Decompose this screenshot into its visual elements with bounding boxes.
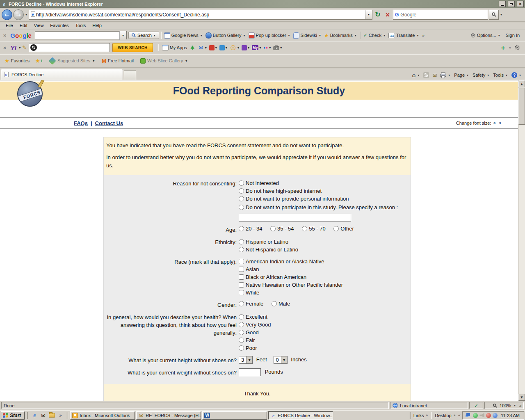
age-radio-2[interactable] — [302, 226, 307, 231]
restore-button[interactable] — [508, 1, 515, 7]
task-button-forcs-decline[interactable]: eFORCS Decline - Window... — [268, 411, 333, 420]
suggested-sites-button[interactable]: Suggested Sites▾ — [46, 57, 98, 65]
health-radio-3[interactable] — [239, 338, 244, 343]
faqs-link[interactable]: FAQs — [74, 120, 88, 126]
menu-file[interactable]: File — [2, 22, 16, 29]
scroll-up-button[interactable]: ▲ — [518, 80, 525, 87]
toolbar-grip[interactable] — [431, 412, 432, 419]
tray-volume-icon[interactable] — [479, 413, 484, 418]
tab-forcs-decline[interactable]: e FORCS Decline — [1, 69, 123, 80]
photos-button[interactable]: ▾ — [273, 45, 283, 50]
url-history-dropdown[interactable]: ▾ — [365, 10, 372, 19]
contact-us-link[interactable]: Contact Us — [95, 120, 123, 126]
home-button[interactable]: ⌂▾ — [412, 72, 420, 78]
chevron-down-icon[interactable]: ▼ — [246, 356, 252, 363]
reason-radio-1[interactable] — [239, 188, 244, 194]
search-button-dropdown[interactable]: ▾ — [153, 34, 156, 37]
settings-gear-icon[interactable] — [514, 45, 520, 50]
ethnicity-radio-0[interactable] — [239, 239, 244, 244]
tools-menu-button[interactable]: Tools▾ — [493, 73, 508, 78]
flickr-button[interactable]: ●●▾ — [263, 46, 272, 50]
health-radio-4[interactable] — [239, 345, 244, 351]
task-button-outlook[interactable]: Inbox - Microsoft Outlook — [70, 411, 135, 420]
task-button-word[interactable]: W — [202, 411, 267, 420]
quick-launch-overflow-chevron[interactable]: » — [57, 412, 64, 419]
url-input[interactable] — [36, 12, 365, 18]
apps-burst-icon[interactable]: ∗ — [189, 44, 196, 51]
menu-tools[interactable]: Tools — [72, 22, 89, 29]
desktop-toolbar[interactable]: Desktop» — [435, 413, 456, 418]
yahoo-menu-dropdown[interactable]: ▾ — [18, 46, 21, 50]
gender-radio-0[interactable] — [239, 301, 244, 306]
print-button[interactable]: ▾ — [440, 72, 451, 78]
tray-antivirus-icon[interactable] — [473, 413, 478, 418]
google-search-field[interactable]: ▾ — [35, 31, 127, 39]
toolbar-options-button[interactable]: Options...▾ — [469, 32, 502, 39]
mail-quick-launch-icon[interactable]: ✉ — [40, 412, 46, 419]
my-yahoo-button[interactable]: My▾ — [252, 45, 262, 50]
health-radio-1[interactable] — [239, 322, 244, 327]
menu-view[interactable]: View — [31, 22, 47, 29]
web-slice-gallery-button[interactable]: Web Slice Gallery▾ — [137, 57, 191, 65]
toolbar-grip[interactable] — [410, 412, 411, 419]
recent-pages-dropdown[interactable]: ▾ — [25, 13, 28, 16]
scrollbar-thumb[interactable] — [518, 88, 525, 125]
race-checkbox-2[interactable] — [239, 274, 244, 280]
add-to-favorites-button[interactable]: ★+ — [33, 57, 45, 65]
reason-radio-0[interactable] — [239, 180, 244, 186]
height-inches-select[interactable]: 0▼ — [274, 356, 288, 364]
task-button-message[interactable]: ✉RE: FORCS - Message (H... — [136, 411, 201, 420]
reason-specify-input[interactable] — [239, 214, 351, 221]
scroll-down-button[interactable]: ▼ — [518, 394, 525, 401]
refresh-button[interactable]: ↻ — [373, 10, 382, 19]
read-mail-button[interactable]: ✉ — [432, 72, 437, 78]
race-checkbox-4[interactable] — [239, 290, 244, 295]
close-button[interactable]: × — [517, 1, 524, 7]
height-feet-select[interactable]: 3▼ — [239, 356, 253, 364]
yahoo-search-field[interactable] — [29, 43, 110, 52]
google-news-button[interactable]: Google News▾ — [163, 32, 204, 39]
minimize-button[interactable] — [499, 1, 506, 7]
instant-search-input[interactable] — [400, 12, 488, 18]
help-button[interactable]: ?▾ — [511, 72, 522, 78]
ie-quick-launch-icon[interactable]: e — [31, 412, 38, 419]
race-checkbox-1[interactable] — [239, 267, 244, 272]
yahoo-games-button[interactable]: ▾ — [242, 45, 250, 50]
translate-button[interactable]: aaTranslate▾ — [387, 32, 420, 39]
pencil-icon[interactable]: ✎ — [22, 45, 26, 50]
age-radio-0[interactable] — [239, 226, 244, 231]
yahoo-toolbar-close-icon[interactable]: × — [1, 45, 9, 50]
start-button[interactable]: Start — [1, 411, 25, 420]
google-toolbar-close-icon[interactable]: × — [1, 33, 9, 38]
vertical-scrollbar[interactable]: ▲ ▼ — [518, 80, 525, 401]
safety-menu-button[interactable]: Safety▾ — [472, 73, 490, 78]
zoom-control[interactable]: 100% ▾ ◢ — [484, 402, 524, 409]
button-gallery-button[interactable]: Button Gallery▾ — [204, 32, 247, 39]
folder-quick-launch-icon[interactable] — [48, 412, 55, 419]
popup-blocker-button[interactable]: Pop-up blocker▾ — [247, 32, 292, 39]
google-search-dropdown[interactable]: ▾ — [119, 31, 126, 40]
zoom-dropdown[interactable]: ▾ — [513, 404, 516, 407]
search-provider-dropdown[interactable]: ▾ — [500, 13, 503, 16]
forward-button[interactable]: → — [13, 9, 24, 20]
feeds-button[interactable] — [423, 72, 429, 78]
yahoo-answers-button[interactable]: ▾ — [209, 45, 218, 50]
bookmarks-button[interactable]: ★Bookmarks▾ — [323, 32, 358, 39]
toolbar-grip[interactable] — [27, 412, 28, 419]
yahoo-weather-button[interactable]: ▾ — [219, 45, 228, 50]
age-radio-1[interactable] — [270, 226, 276, 231]
search-go-button[interactable] — [489, 10, 499, 20]
race-checkbox-3[interactable] — [239, 282, 244, 288]
weight-input[interactable] — [239, 368, 261, 376]
menu-favorites[interactable]: Favorites — [47, 22, 72, 29]
sign-in-button[interactable]: Sign In — [504, 32, 521, 39]
ethnicity-radio-1[interactable] — [239, 247, 244, 252]
hidden-icons-button[interactable]: « — [458, 413, 461, 418]
tray-network-icon[interactable] — [466, 413, 470, 416]
add-app-button[interactable]: + — [501, 44, 506, 51]
new-tab-button[interactable] — [124, 70, 136, 80]
health-radio-0[interactable] — [239, 314, 244, 320]
toolbar-overflow-chevron[interactable]: » — [420, 32, 426, 39]
yahoo-messenger-button[interactable]: ☺▾ — [230, 44, 240, 51]
back-button[interactable]: ← — [2, 9, 12, 20]
